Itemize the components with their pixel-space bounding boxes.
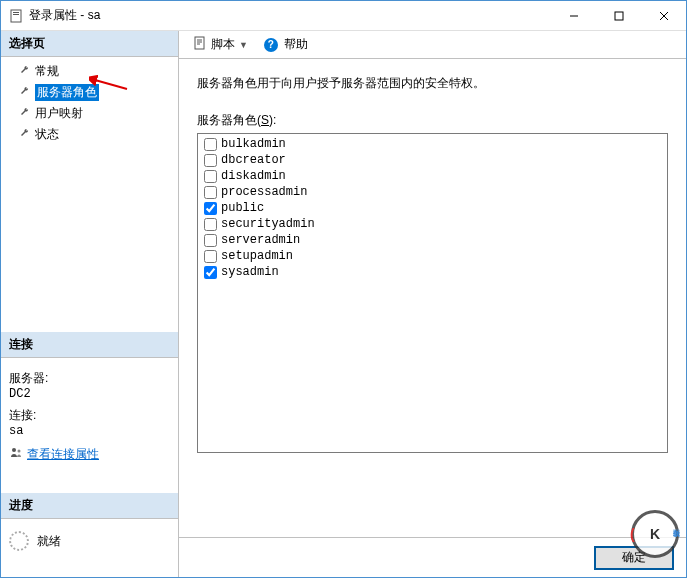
role-name: serveradmin — [221, 233, 300, 247]
server-roles-list[interactable]: bulkadmindbcreatordiskadminprocessadminp… — [197, 133, 668, 453]
nav-label: 服务器角色 — [35, 84, 99, 101]
select-page-header: 选择页 — [1, 31, 178, 57]
role-name: processadmin — [221, 185, 307, 199]
svg-point-8 — [12, 448, 16, 452]
role-name: diskadmin — [221, 169, 286, 183]
nav-item-user-mapping[interactable]: 用户映射 — [1, 103, 178, 124]
wrench-icon — [19, 106, 31, 121]
svg-rect-1 — [13, 12, 19, 13]
nav-label: 状态 — [35, 126, 59, 143]
svg-rect-0 — [11, 10, 21, 22]
connection-section: 服务器: DC2 连接: sa 查看连接属性 — [1, 358, 178, 473]
script-dropdown[interactable]: 脚本 ▼ — [187, 34, 254, 55]
role-checkbox[interactable] — [204, 170, 217, 183]
dialog-footer: 确定 — [179, 537, 686, 577]
role-row[interactable]: bulkadmin — [200, 136, 665, 152]
script-icon — [193, 36, 207, 53]
role-checkbox[interactable] — [204, 234, 217, 247]
role-name: bulkadmin — [221, 137, 286, 151]
role-name: sysadmin — [221, 265, 279, 279]
main-panel: 脚本 ▼ ? 帮助 服务器角色用于向用户授予服务器范围内的安全特权。 服务器角色… — [179, 31, 686, 577]
nav-label: 常规 — [35, 63, 59, 80]
app-icon — [9, 9, 23, 23]
sidebar: 选择页 常规 服务器角色 用户映射 状态 — [1, 31, 179, 577]
svg-point-9 — [18, 450, 21, 453]
role-name: public — [221, 201, 264, 215]
description-text: 服务器角色用于向用户授予服务器范围内的安全特权。 — [197, 75, 668, 92]
window-title: 登录属性 - sa — [29, 7, 551, 24]
spinner-icon — [9, 531, 29, 551]
help-icon: ? — [264, 38, 278, 52]
role-checkbox[interactable] — [204, 218, 217, 231]
wrench-icon — [19, 85, 31, 100]
script-label: 脚本 — [211, 36, 235, 53]
role-row[interactable]: diskadmin — [200, 168, 665, 184]
role-name: dbcreator — [221, 153, 286, 167]
help-label: 帮助 — [284, 36, 308, 53]
role-checkbox[interactable] — [204, 266, 217, 279]
role-checkbox[interactable] — [204, 138, 217, 151]
connection-header: 连接 — [1, 332, 178, 358]
role-name: securityadmin — [221, 217, 315, 231]
role-row[interactable]: dbcreator — [200, 152, 665, 168]
role-row[interactable]: securityadmin — [200, 216, 665, 232]
role-checkbox[interactable] — [204, 154, 217, 167]
nav-label: 用户映射 — [35, 105, 83, 122]
role-row[interactable]: sysadmin — [200, 264, 665, 280]
roles-list-label: 服务器角色(S): — [197, 112, 668, 129]
help-button[interactable]: ? 帮助 — [258, 34, 314, 55]
progress-section: 就绪 — [1, 519, 178, 557]
chevron-down-icon: ▼ — [239, 40, 248, 50]
role-name: setupadmin — [221, 249, 293, 263]
nav-item-general[interactable]: 常规 — [1, 61, 178, 82]
role-checkbox[interactable] — [204, 202, 217, 215]
titlebar: 登录属性 - sa — [1, 1, 686, 31]
conn-value: sa — [9, 424, 170, 438]
server-value: DC2 — [9, 387, 170, 401]
minimize-button[interactable] — [551, 1, 596, 30]
wrench-icon — [19, 64, 31, 79]
nav-item-server-roles[interactable]: 服务器角色 — [1, 82, 178, 103]
ok-button[interactable]: 确定 — [594, 546, 674, 570]
progress-header: 进度 — [1, 493, 178, 519]
view-connection-properties-link[interactable]: 查看连接属性 — [27, 446, 99, 463]
svg-rect-10 — [195, 37, 204, 49]
role-row[interactable]: public — [200, 200, 665, 216]
progress-status: 就绪 — [37, 533, 61, 550]
role-checkbox[interactable] — [204, 186, 217, 199]
role-checkbox[interactable] — [204, 250, 217, 263]
wrench-icon — [19, 127, 31, 142]
role-row[interactable]: setupadmin — [200, 248, 665, 264]
close-button[interactable] — [641, 1, 686, 30]
server-label: 服务器: — [9, 370, 170, 387]
conn-label: 连接: — [9, 407, 170, 424]
toolbar: 脚本 ▼ ? 帮助 — [179, 31, 686, 59]
people-icon — [9, 446, 23, 463]
nav-list: 常规 服务器角色 用户映射 状态 — [1, 57, 178, 149]
maximize-button[interactable] — [596, 1, 641, 30]
svg-rect-2 — [13, 14, 19, 15]
nav-item-status[interactable]: 状态 — [1, 124, 178, 145]
svg-rect-4 — [615, 12, 623, 20]
role-row[interactable]: processadmin — [200, 184, 665, 200]
role-row[interactable]: serveradmin — [200, 232, 665, 248]
